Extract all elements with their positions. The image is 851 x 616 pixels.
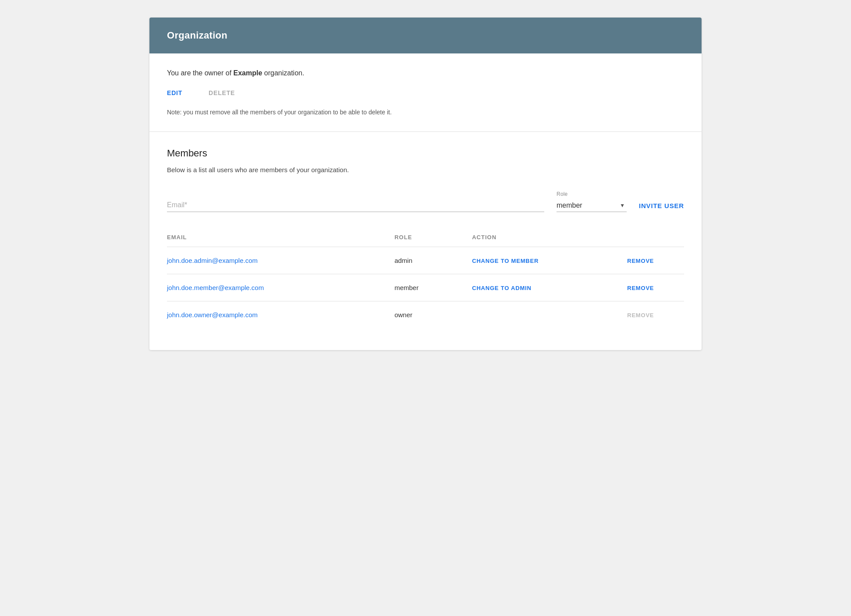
members-table: EMAIL ROLE ACTION john.doe.admin@example… (167, 230, 684, 328)
member-role: member (394, 274, 472, 301)
member-role: admin (394, 247, 472, 274)
action-button[interactable]: CHANGE TO MEMBER (472, 258, 539, 264)
email-form-group (167, 199, 544, 212)
table-header-row: EMAIL ROLE ACTION (167, 230, 684, 247)
col-action: ACTION (472, 230, 627, 247)
member-role: owner (394, 301, 472, 329)
role-label: Role (557, 191, 627, 197)
page-title: Organization (167, 30, 684, 41)
page-container: Organization You are the owner of Exampl… (149, 18, 702, 350)
invite-user-button[interactable]: INVITE USER (639, 200, 684, 212)
remove-button: REMOVE (627, 312, 654, 319)
remove-button[interactable]: REMOVE (627, 258, 654, 264)
page-header: Organization (149, 18, 702, 53)
email-input[interactable] (167, 199, 544, 212)
table-row: john.doe.member@example.commemberCHANGE … (167, 274, 684, 301)
org-owner-text: You are the owner of Example organizatio… (167, 69, 684, 77)
org-note: Note: you must remove all the members of… (167, 109, 684, 116)
member-email-link[interactable]: john.doe.admin@example.com (167, 257, 258, 264)
org-section: You are the owner of Example organizatio… (149, 53, 702, 132)
col-remove (627, 230, 684, 247)
role-form-group: Role member admin owner (557, 191, 627, 212)
invite-form: Role member admin owner INVITE USER (167, 191, 684, 212)
col-role: ROLE (394, 230, 472, 247)
role-select[interactable]: member admin owner (557, 200, 627, 212)
org-actions: EDIT DELETE (167, 89, 684, 96)
col-email: EMAIL (167, 230, 394, 247)
table-row: john.doe.owner@example.comownerREMOVE (167, 301, 684, 329)
members-section: Members Below is a list all users who ar… (149, 132, 702, 350)
delete-button[interactable]: DELETE (209, 89, 235, 96)
table-row: john.doe.admin@example.comadminCHANGE TO… (167, 247, 684, 274)
remove-button[interactable]: REMOVE (627, 285, 654, 291)
member-email-link[interactable]: john.doe.owner@example.com (167, 311, 258, 319)
edit-button[interactable]: EDIT (167, 89, 182, 96)
members-subtitle: Below is a list all users who are member… (167, 166, 684, 173)
action-button[interactable]: CHANGE TO ADMIN (472, 285, 532, 291)
members-title: Members (167, 148, 684, 159)
role-select-container: member admin owner (557, 200, 627, 212)
org-name: Example (234, 69, 262, 77)
member-email-link[interactable]: john.doe.member@example.com (167, 284, 264, 291)
